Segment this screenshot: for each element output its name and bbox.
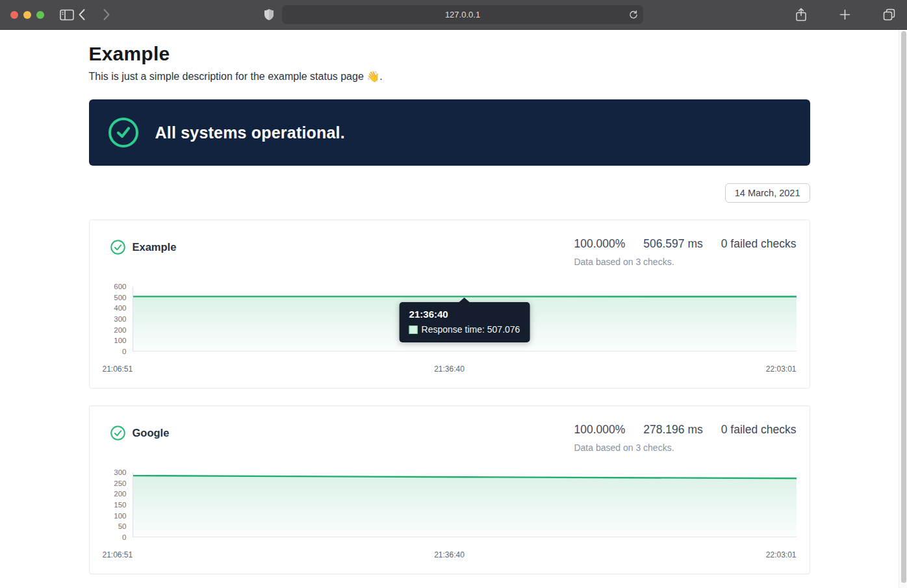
- y-tick-label: 200: [114, 326, 126, 334]
- y-tick-label: 300: [114, 315, 126, 323]
- card-header: Google 100.000% 278.196 ms 0 failed chec…: [103, 423, 797, 453]
- scrollbar-thumb[interactable]: [901, 31, 906, 583]
- monitor-card-example: Example 100.000% 506.597 ms 0 failed che…: [89, 220, 810, 389]
- tabs-icon: [883, 8, 895, 21]
- chart-plot-area[interactable]: 21:36:40 Response time: 507.076: [133, 287, 797, 352]
- stats-caption: Data based on 3 checks.: [574, 442, 674, 453]
- reload-icon: [629, 10, 638, 19]
- card-title-group: Google: [103, 423, 170, 441]
- toolbar-right-buttons: [795, 8, 895, 21]
- response-time-chart: 300250200150100500 21:06:5121:36:4022:03…: [103, 472, 797, 559]
- response-time-chart: 6005004003002001000 21:36:40 Response ti…: [103, 287, 797, 374]
- browser-toolbar: 127.0.0.1: [0, 0, 907, 30]
- y-tick-label: 400: [114, 304, 126, 312]
- x-axis-labels: 21:06:5121:36:4022:03:01: [103, 550, 797, 559]
- y-tick-label: 300: [114, 468, 126, 476]
- date-picker-button[interactable]: 14 March, 2021: [725, 183, 810, 203]
- share-button[interactable]: [795, 8, 807, 21]
- uptime-percentage: 100.000%: [574, 423, 625, 437]
- content-container: Example This is just a simple descriptio…: [89, 30, 810, 574]
- page-content: Example This is just a simple descriptio…: [0, 30, 899, 588]
- url-bar[interactable]: 127.0.0.1: [282, 5, 643, 24]
- y-axis-labels: 6005004003002001000: [103, 283, 133, 355]
- date-row: 14 March, 2021: [89, 183, 810, 203]
- window-controls: [10, 11, 44, 19]
- series-swatch: [409, 326, 418, 334]
- tooltip-time: 21:36:40: [409, 309, 520, 320]
- y-tick-label: 500: [114, 294, 126, 301]
- y-tick-label: 50: [118, 522, 127, 530]
- x-tick-label: 22:03:01: [766, 364, 797, 374]
- address-bar-group: 127.0.0.1: [264, 5, 643, 24]
- y-tick-label: 0: [122, 348, 126, 355]
- minimize-window-button[interactable]: [23, 11, 31, 19]
- y-tick-label: 0: [122, 533, 126, 541]
- y-tick-label: 250: [114, 479, 126, 487]
- status-ok-icon: [110, 426, 125, 441]
- chart-plot-area[interactable]: [133, 472, 797, 537]
- sidebar-toggle-button[interactable]: [60, 9, 74, 21]
- failed-checks: 0 failed checks: [721, 423, 797, 437]
- failed-checks: 0 failed checks: [721, 237, 797, 251]
- y-axis-labels: 300250200150100500: [103, 468, 133, 541]
- x-axis-labels: 21:06:5121:36:4022:03:01: [103, 364, 797, 374]
- monitor-name: Google: [133, 427, 170, 439]
- monitor-name: Example: [133, 241, 177, 253]
- x-tick-label: 21:36:40: [434, 550, 465, 559]
- area-chart-svg: [133, 472, 797, 537]
- x-tick-label: 21:06:51: [103, 364, 133, 374]
- forward-chevron-icon: [103, 8, 110, 21]
- privacy-shield-button[interactable]: [264, 8, 274, 21]
- y-tick-label: 600: [114, 283, 126, 290]
- status-banner-text: All systems operational.: [155, 123, 345, 142]
- monitor-card-google: Google 100.000% 278.196 ms 0 failed chec…: [89, 405, 810, 574]
- stats-row: 100.000% 506.597 ms 0 failed checks: [574, 237, 796, 251]
- reload-button[interactable]: [629, 10, 638, 19]
- card-title-group: Example: [103, 237, 177, 255]
- stats-caption: Data based on 3 checks.: [574, 257, 674, 267]
- page-title: Example: [89, 43, 810, 65]
- uptime-percentage: 100.000%: [574, 237, 625, 251]
- tooltip-value: Response time: 507.076: [422, 324, 520, 335]
- forward-button[interactable]: [103, 8, 110, 21]
- card-stats: 100.000% 278.196 ms 0 failed checks Data…: [574, 423, 796, 453]
- x-tick-label: 21:06:51: [103, 550, 133, 559]
- zoom-window-button[interactable]: [36, 11, 44, 19]
- close-window-button[interactable]: [10, 11, 18, 19]
- back-button[interactable]: [78, 8, 86, 21]
- status-ok-icon: [110, 240, 125, 255]
- avg-response-time: 506.597 ms: [643, 237, 702, 251]
- share-icon: [795, 8, 807, 21]
- y-tick-label: 100: [114, 337, 126, 344]
- x-tick-label: 22:03:01: [766, 550, 797, 559]
- status-banner: All systems operational.: [89, 99, 810, 166]
- page-description: This is just a simple description for th…: [89, 70, 810, 83]
- navigation-buttons: [78, 8, 110, 21]
- sidebar-icon: [60, 9, 74, 21]
- x-tick-label: 21:36:40: [434, 364, 465, 374]
- shield-icon: [264, 8, 274, 21]
- page-scrollbar[interactable]: [899, 30, 907, 588]
- back-chevron-icon: [78, 8, 86, 21]
- card-header: Example 100.000% 506.597 ms 0 failed che…: [103, 237, 797, 267]
- card-stats: 100.000% 506.597 ms 0 failed checks Data…: [574, 237, 796, 267]
- avg-response-time: 278.196 ms: [643, 423, 702, 437]
- y-tick-label: 100: [114, 512, 126, 520]
- chart-tooltip: 21:36:40 Response time: 507.076: [400, 302, 530, 342]
- stats-row: 100.000% 278.196 ms 0 failed checks: [574, 423, 796, 437]
- y-tick-label: 200: [114, 490, 126, 498]
- new-tab-button[interactable]: [839, 9, 850, 20]
- url-text: 127.0.0.1: [445, 10, 480, 19]
- all-systems-check-icon: [109, 118, 138, 147]
- y-tick-label: 150: [114, 501, 126, 509]
- plus-icon: [839, 9, 850, 20]
- tab-overview-button[interactable]: [883, 8, 895, 21]
